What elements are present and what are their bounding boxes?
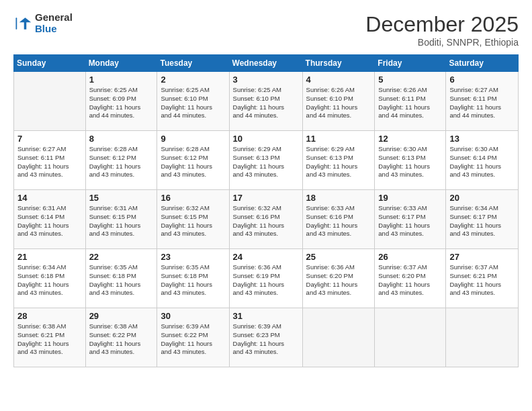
calendar-cell: 10Sunrise: 6:29 AM Sunset: 6:13 PM Dayli… xyxy=(229,131,302,190)
calendar-header-thursday: Thursday xyxy=(302,55,375,72)
calendar-cell: 26Sunrise: 6:37 AM Sunset: 6:20 PM Dayli… xyxy=(375,249,446,308)
calendar-cell xyxy=(14,72,86,131)
day-info: Sunrise: 6:37 AM Sunset: 6:20 PM Dayligh… xyxy=(378,263,442,298)
calendar-cell: 25Sunrise: 6:36 AM Sunset: 6:20 PM Dayli… xyxy=(302,249,375,308)
calendar-cell: 28Sunrise: 6:38 AM Sunset: 6:21 PM Dayli… xyxy=(14,308,86,367)
calendar-header-sunday: Sunday xyxy=(14,55,86,72)
calendar-cell xyxy=(446,308,519,367)
day-info: Sunrise: 6:38 AM Sunset: 6:22 PM Dayligh… xyxy=(89,322,154,357)
calendar-header-row: SundayMondayTuesdayWednesdayThursdayFrid… xyxy=(14,55,519,72)
calendar-cell: 3Sunrise: 6:25 AM Sunset: 6:10 PM Daylig… xyxy=(229,72,302,131)
calendar-cell xyxy=(302,308,375,367)
calendar-cell xyxy=(375,308,446,367)
calendar-cell: 15Sunrise: 6:31 AM Sunset: 6:15 PM Dayli… xyxy=(85,190,157,249)
day-info: Sunrise: 6:33 AM Sunset: 6:16 PM Dayligh… xyxy=(306,204,371,238)
day-number: 15 xyxy=(89,193,154,203)
day-info: Sunrise: 6:34 AM Sunset: 6:17 PM Dayligh… xyxy=(449,204,515,238)
calendar-header-saturday: Saturday xyxy=(446,55,519,72)
calendar-week-row: 14Sunrise: 6:31 AM Sunset: 6:14 PM Dayli… xyxy=(14,190,519,249)
day-number: 13 xyxy=(449,134,515,144)
logo-icon xyxy=(13,14,32,33)
day-info: Sunrise: 6:32 AM Sunset: 6:15 PM Dayligh… xyxy=(161,204,225,238)
page: General Blue December 2025 Boditi, SNNPR… xyxy=(0,0,532,411)
calendar-week-row: 7Sunrise: 6:27 AM Sunset: 6:11 PM Daylig… xyxy=(14,131,519,190)
day-number: 14 xyxy=(17,193,82,203)
day-info: Sunrise: 6:27 AM Sunset: 6:11 PM Dayligh… xyxy=(17,145,82,179)
day-info: Sunrise: 6:38 AM Sunset: 6:21 PM Dayligh… xyxy=(17,322,82,357)
calendar-header-tuesday: Tuesday xyxy=(157,55,229,72)
day-info: Sunrise: 6:28 AM Sunset: 6:12 PM Dayligh… xyxy=(161,145,225,179)
day-number: 10 xyxy=(233,134,299,144)
calendar-table: SundayMondayTuesdayWednesdayThursdayFrid… xyxy=(13,54,519,367)
calendar-cell: 22Sunrise: 6:35 AM Sunset: 6:18 PM Dayli… xyxy=(85,249,157,308)
day-number: 24 xyxy=(233,252,299,262)
day-number: 30 xyxy=(161,311,225,321)
header: General Blue December 2025 Boditi, SNNPR… xyxy=(13,12,519,48)
day-info: Sunrise: 6:25 AM Sunset: 6:10 PM Dayligh… xyxy=(161,86,225,120)
calendar-cell: 5Sunrise: 6:26 AM Sunset: 6:11 PM Daylig… xyxy=(375,72,446,131)
day-info: Sunrise: 6:36 AM Sunset: 6:19 PM Dayligh… xyxy=(233,263,299,298)
day-number: 3 xyxy=(233,75,299,85)
day-number: 6 xyxy=(449,75,515,85)
day-info: Sunrise: 6:27 AM Sunset: 6:11 PM Dayligh… xyxy=(449,86,515,120)
day-number: 27 xyxy=(449,252,515,262)
svg-marker-0 xyxy=(19,17,32,30)
day-info: Sunrise: 6:26 AM Sunset: 6:10 PM Dayligh… xyxy=(306,86,371,120)
calendar-week-row: 21Sunrise: 6:34 AM Sunset: 6:18 PM Dayli… xyxy=(14,249,519,308)
calendar-week-row: 28Sunrise: 6:38 AM Sunset: 6:21 PM Dayli… xyxy=(14,308,519,367)
day-number: 23 xyxy=(161,252,225,262)
calendar-cell: 27Sunrise: 6:37 AM Sunset: 6:21 PM Dayli… xyxy=(446,249,519,308)
calendar-cell: 16Sunrise: 6:32 AM Sunset: 6:15 PM Dayli… xyxy=(157,190,229,249)
calendar-cell: 12Sunrise: 6:30 AM Sunset: 6:13 PM Dayli… xyxy=(375,131,446,190)
calendar-cell: 13Sunrise: 6:30 AM Sunset: 6:14 PM Dayli… xyxy=(446,131,519,190)
calendar-cell: 6Sunrise: 6:27 AM Sunset: 6:11 PM Daylig… xyxy=(446,72,519,131)
calendar-cell: 11Sunrise: 6:29 AM Sunset: 6:13 PM Dayli… xyxy=(302,131,375,190)
day-number: 31 xyxy=(233,311,299,321)
title-block: December 2025 Boditi, SNNPR, Ethiopia xyxy=(365,12,519,48)
calendar-cell: 20Sunrise: 6:34 AM Sunset: 6:17 PM Dayli… xyxy=(446,190,519,249)
month-title: December 2025 xyxy=(365,12,519,37)
calendar-cell: 31Sunrise: 6:39 AM Sunset: 6:23 PM Dayli… xyxy=(229,308,302,367)
day-info: Sunrise: 6:30 AM Sunset: 6:14 PM Dayligh… xyxy=(449,145,515,179)
logo: General Blue xyxy=(13,12,73,34)
day-info: Sunrise: 6:29 AM Sunset: 6:13 PM Dayligh… xyxy=(233,145,299,179)
day-number: 25 xyxy=(306,252,371,262)
day-info: Sunrise: 6:33 AM Sunset: 6:17 PM Dayligh… xyxy=(378,204,442,238)
subtitle: Boditi, SNNPR, Ethiopia xyxy=(365,37,519,48)
day-number: 2 xyxy=(161,75,225,85)
day-number: 29 xyxy=(89,311,154,321)
day-number: 21 xyxy=(17,252,82,262)
calendar-cell: 9Sunrise: 6:28 AM Sunset: 6:12 PM Daylig… xyxy=(157,131,229,190)
day-number: 1 xyxy=(89,75,154,85)
day-info: Sunrise: 6:25 AM Sunset: 6:10 PM Dayligh… xyxy=(233,86,299,120)
calendar-cell: 17Sunrise: 6:32 AM Sunset: 6:16 PM Dayli… xyxy=(229,190,302,249)
day-info: Sunrise: 6:31 AM Sunset: 6:14 PM Dayligh… xyxy=(17,204,82,238)
svg-rect-1 xyxy=(16,17,17,30)
calendar-header-wednesday: Wednesday xyxy=(229,55,302,72)
day-number: 22 xyxy=(89,252,154,262)
day-info: Sunrise: 6:30 AM Sunset: 6:13 PM Dayligh… xyxy=(378,145,442,179)
calendar-cell: 4Sunrise: 6:26 AM Sunset: 6:10 PM Daylig… xyxy=(302,72,375,131)
calendar-cell: 30Sunrise: 6:39 AM Sunset: 6:22 PM Dayli… xyxy=(157,308,229,367)
calendar-cell: 1Sunrise: 6:25 AM Sunset: 6:09 PM Daylig… xyxy=(85,72,157,131)
calendar-cell: 24Sunrise: 6:36 AM Sunset: 6:19 PM Dayli… xyxy=(229,249,302,308)
calendar-cell: 8Sunrise: 6:28 AM Sunset: 6:12 PM Daylig… xyxy=(85,131,157,190)
day-info: Sunrise: 6:39 AM Sunset: 6:22 PM Dayligh… xyxy=(161,322,225,357)
calendar-cell: 14Sunrise: 6:31 AM Sunset: 6:14 PM Dayli… xyxy=(14,190,86,249)
day-info: Sunrise: 6:26 AM Sunset: 6:11 PM Dayligh… xyxy=(378,86,442,120)
day-number: 26 xyxy=(378,252,442,262)
calendar-cell: 2Sunrise: 6:25 AM Sunset: 6:10 PM Daylig… xyxy=(157,72,229,131)
day-number: 20 xyxy=(449,193,515,203)
day-info: Sunrise: 6:34 AM Sunset: 6:18 PM Dayligh… xyxy=(17,263,82,298)
day-number: 28 xyxy=(17,311,82,321)
day-number: 12 xyxy=(378,134,442,144)
day-number: 11 xyxy=(306,134,371,144)
day-number: 4 xyxy=(306,75,371,85)
day-number: 9 xyxy=(161,134,225,144)
day-info: Sunrise: 6:35 AM Sunset: 6:18 PM Dayligh… xyxy=(161,263,225,298)
day-info: Sunrise: 6:36 AM Sunset: 6:20 PM Dayligh… xyxy=(306,263,371,298)
day-number: 17 xyxy=(233,193,299,203)
day-info: Sunrise: 6:37 AM Sunset: 6:21 PM Dayligh… xyxy=(449,263,515,298)
calendar-cell: 7Sunrise: 6:27 AM Sunset: 6:11 PM Daylig… xyxy=(14,131,86,190)
calendar-cell: 21Sunrise: 6:34 AM Sunset: 6:18 PM Dayli… xyxy=(14,249,86,308)
